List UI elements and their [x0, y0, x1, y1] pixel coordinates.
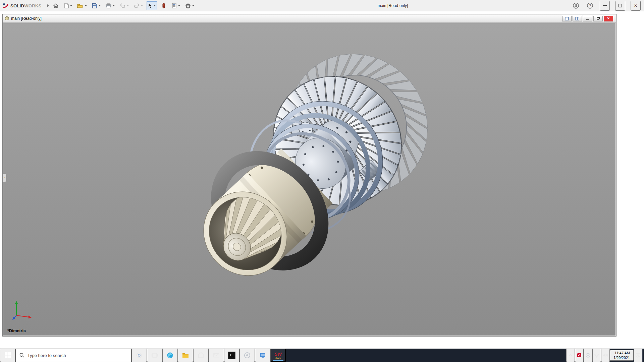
- open-folder-icon: [77, 3, 84, 8]
- close-icon: ✕: [607, 17, 610, 20]
- document-titlebar[interactable]: main [Read-only] ✕: [3, 14, 616, 23]
- new-document-button[interactable]: [63, 1, 73, 10]
- tray-network[interactable]: [592, 349, 601, 362]
- start-button[interactable]: [0, 349, 15, 362]
- action-center-button[interactable]: [634, 349, 642, 362]
- red-tool-button[interactable]: [159, 1, 168, 10]
- minimize-icon: [586, 19, 589, 20]
- app-window-title: main [Read-only]: [378, 0, 408, 11]
- taskbar-app-mail[interactable]: [209, 349, 224, 362]
- clock-date: 1/29/2021: [613, 355, 630, 360]
- file-properties-button[interactable]: [170, 1, 181, 10]
- document-window: main [Read-only] ✕: [2, 14, 616, 337]
- titlebar-right-controls: ? ✕: [572, 0, 641, 11]
- taskbar-app-gray[interactable]: [239, 349, 255, 362]
- save-icon: [92, 3, 97, 8]
- tray-chevron-up[interactable]: [566, 349, 575, 362]
- task-view-button[interactable]: [147, 349, 162, 362]
- action-center-icon: [635, 353, 641, 358]
- gray-app-icon: [244, 352, 251, 359]
- orientation-triad[interactable]: [11, 300, 34, 321]
- dropdown-caret[interactable]: [99, 5, 101, 6]
- taskbar-app-file-explorer[interactable]: [178, 349, 193, 362]
- edge-browser-icon: [167, 352, 173, 359]
- home-button[interactable]: [52, 1, 60, 10]
- chevron-left-icon: ‹: [4, 176, 5, 179]
- app-minimize-button[interactable]: [600, 1, 610, 11]
- taskbar-app-display[interactable]: [255, 349, 270, 362]
- restore-icon: [597, 17, 599, 20]
- file-explorer-icon: [182, 352, 189, 359]
- maximize-icon: [619, 4, 622, 7]
- engine-model-render: [3, 23, 615, 336]
- dropdown-caret[interactable]: [141, 5, 143, 6]
- wifi-icon: [594, 353, 599, 358]
- taskbar-app-store[interactable]: [193, 349, 209, 362]
- app-maximize-button[interactable]: [615, 1, 625, 11]
- file-properties-icon: [172, 3, 177, 8]
- taskbar-app-terminal[interactable]: >_: [224, 349, 239, 362]
- help-button[interactable]: ?: [586, 1, 594, 10]
- graphics-area[interactable]: *Dimetric ‹: [3, 23, 615, 336]
- assembly-document-icon: [4, 16, 9, 21]
- cortana-button[interactable]: [131, 349, 147, 362]
- windows-taskbar: >_ SW 2021: [0, 349, 644, 362]
- doc-new-window-button[interactable]: [562, 16, 572, 21]
- windows-logo-icon: [4, 352, 11, 359]
- undo-icon: [120, 3, 125, 8]
- undo-button[interactable]: [118, 1, 130, 10]
- search-input[interactable]: [28, 353, 127, 358]
- dropdown-caret[interactable]: [70, 5, 72, 6]
- red-tool-icon: [162, 3, 165, 8]
- mail-icon: [213, 352, 220, 359]
- doc-close-button[interactable]: ✕: [604, 16, 613, 21]
- redo-button[interactable]: [132, 1, 144, 10]
- taskbar-search[interactable]: [15, 349, 131, 362]
- document-title: main [Read-only]: [11, 16, 42, 21]
- help-icon: ?: [587, 3, 593, 9]
- app-titlebar: SOLIDWORKS: [0, 0, 644, 11]
- task-view-icon: [151, 352, 158, 359]
- solidworks-app-window: SOLIDWORKS: [0, 0, 644, 362]
- open-button[interactable]: [76, 1, 88, 10]
- teal-tray-icon: [586, 353, 590, 358]
- red-tray-icon: [577, 353, 582, 358]
- show-desktop-button[interactable]: [642, 349, 644, 362]
- select-cursor-button[interactable]: [147, 1, 157, 10]
- toolbar-flyout-arrow-icon[interactable]: [47, 4, 49, 7]
- dropdown-caret[interactable]: [192, 5, 194, 6]
- save-button[interactable]: [91, 1, 102, 10]
- taskbar-app-solidworks[interactable]: SW 2021: [270, 349, 286, 362]
- new-document-icon: [64, 3, 69, 8]
- doc-minimize-button[interactable]: [583, 16, 592, 21]
- search-icon: [19, 353, 24, 358]
- doc-tile-window-button[interactable]: [573, 16, 582, 21]
- tile-window-icon: [575, 17, 579, 20]
- print-button[interactable]: [104, 1, 116, 10]
- select-cursor-icon: [148, 3, 152, 8]
- tray-app-icon[interactable]: [584, 349, 592, 362]
- panel-collapse-tab[interactable]: ‹: [3, 173, 7, 182]
- tray-solidworks-monitor[interactable]: [575, 349, 584, 362]
- chevron-up-icon: [569, 354, 573, 357]
- account-button[interactable]: [572, 1, 580, 10]
- print-icon: [106, 3, 111, 8]
- dropdown-caret[interactable]: [154, 5, 156, 6]
- taskbar-app-edge[interactable]: [162, 349, 178, 362]
- dropdown-caret[interactable]: [178, 5, 180, 6]
- svg-text:?: ?: [589, 4, 591, 8]
- options-button[interactable]: [184, 1, 196, 10]
- taskbar-clock[interactable]: 11:47 AM 1/29/2021: [610, 350, 634, 361]
- tray-volume[interactable]: [601, 349, 610, 362]
- account-icon: [573, 3, 579, 9]
- store-icon: [198, 352, 204, 359]
- redo-icon: [134, 3, 140, 8]
- app-close-button[interactable]: ✕: [631, 1, 641, 11]
- quick-access-toolbar: [52, 1, 196, 10]
- sw-logo-mark: SW: [275, 352, 282, 356]
- dropdown-caret[interactable]: [85, 5, 87, 6]
- doc-restore-button[interactable]: [593, 16, 603, 21]
- dropdown-caret[interactable]: [127, 5, 129, 6]
- home-icon: [53, 3, 59, 8]
- dropdown-caret[interactable]: [113, 5, 115, 6]
